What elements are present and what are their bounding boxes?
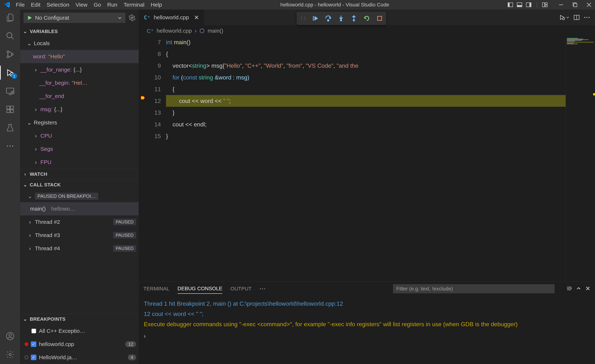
config-gear-icon[interactable] xyxy=(129,14,135,21)
reg-segs[interactable]: › Segs xyxy=(20,142,139,156)
run-play-icon[interactable] xyxy=(559,15,569,20)
maximize-panel-icon[interactable] xyxy=(576,286,581,292)
accounts-icon[interactable] xyxy=(5,331,15,341)
debug-config-select[interactable]: No Configurat xyxy=(23,13,125,23)
checkbox-unchecked-icon[interactable] xyxy=(31,328,36,334)
testing-icon[interactable] xyxy=(5,123,15,133)
maximize-icon[interactable] xyxy=(573,2,577,7)
section-breakpoints[interactable]: ⌄ BREAKPOINTS xyxy=(20,314,139,324)
thread-item[interactable]: › Thread #2 PAUSED xyxy=(20,215,139,229)
bp-item[interactable]: ✓ helloworld.cpp 12 xyxy=(20,337,139,351)
minimap[interactable] xyxy=(566,36,595,282)
debug-toolbar[interactable]: ⋮⋮ xyxy=(297,12,386,25)
close-panel-icon[interactable] xyxy=(585,286,590,292)
stack-frame[interactable]: main() hellowo… xyxy=(20,202,139,215)
settings-gear-icon[interactable] xyxy=(5,349,15,360)
scope-locals[interactable]: ⌄ Locals xyxy=(20,37,139,50)
menu-go[interactable]: Go xyxy=(94,2,101,8)
toggle-panel-icon[interactable] xyxy=(517,2,522,7)
scope-registers[interactable]: ⌄ Registers xyxy=(20,116,139,129)
menu-run[interactable]: Run xyxy=(107,2,117,8)
panel-tab-terminal[interactable]: TERMINAL xyxy=(143,284,170,294)
breadcrumb-symbol[interactable]: main() xyxy=(207,28,223,34)
line-number: 8 xyxy=(145,48,161,60)
svg-rect-25 xyxy=(10,106,14,109)
thread-item[interactable]: › Thread #3 PAUSED xyxy=(20,229,139,242)
start-debug-icon[interactable] xyxy=(27,15,33,21)
remote-explorer-icon[interactable] xyxy=(5,86,15,96)
checkbox-checked-icon[interactable]: ✓ xyxy=(31,355,36,360)
var-for-begin[interactable]: __for_begin: "Hel… xyxy=(20,76,139,89)
close-icon[interactable] xyxy=(587,2,591,7)
token: vector xyxy=(166,62,189,69)
console-prompt[interactable]: › xyxy=(144,331,590,341)
checkbox-checked-icon[interactable]: ✓ xyxy=(31,341,36,347)
more-actions-icon[interactable] xyxy=(584,16,590,18)
breadcrumb-file[interactable]: helloworld.cpp xyxy=(157,28,192,34)
token: int xyxy=(166,39,174,46)
explorer-icon[interactable] xyxy=(5,13,15,23)
drag-handle-icon[interactable]: ⋮⋮ xyxy=(299,16,306,21)
step-out-icon[interactable] xyxy=(350,15,358,22)
paused-label: PAUSED ON BREAKPOI… xyxy=(35,193,98,200)
line-numbers: 7 8 9 10 11 12 13 14 15 xyxy=(145,36,166,282)
menu-selection[interactable]: Selection xyxy=(47,2,69,8)
reg-cpu[interactable]: › CPU xyxy=(20,129,139,142)
tab-helloworld[interactable]: C⁺ helloworld.cpp xyxy=(139,10,204,25)
panel-tab-output[interactable]: OUTPUT xyxy=(230,284,252,294)
source-control-icon[interactable] xyxy=(5,49,15,59)
var-word[interactable]: word: "Hello" xyxy=(20,50,139,63)
thread-item[interactable]: › Thread #4 PAUSED xyxy=(20,242,139,255)
code-content[interactable]: int main() { vector<string> msg{"Hello",… xyxy=(166,36,566,282)
console-filter-input[interactable]: Filter (e.g. text, !exclude) xyxy=(393,284,555,293)
more-icon[interactable] xyxy=(260,288,265,290)
token: ; xyxy=(229,98,231,104)
chevron-right-icon: › xyxy=(22,171,28,177)
split-editor-icon[interactable] xyxy=(574,14,580,20)
svg-rect-7 xyxy=(545,3,547,4)
var-msg[interactable]: › msg: {...} xyxy=(20,103,139,116)
chevron-down-icon: ⌄ xyxy=(22,316,28,322)
clear-console-icon[interactable] xyxy=(566,286,572,292)
debug-console-output[interactable]: Thread 1 hit Breakpoint 2, main () at C:… xyxy=(139,296,595,364)
var-for-end[interactable]: __for_end xyxy=(20,89,139,103)
scope-label: Locals xyxy=(34,40,50,46)
panel-tab-debug-console[interactable]: DEBUG CONSOLE xyxy=(177,284,222,294)
run-debug-icon[interactable]: 1 xyxy=(5,68,15,78)
token: cout << word << xyxy=(166,98,223,104)
more-icon[interactable] xyxy=(5,141,15,151)
reg-fpu[interactable]: › FPU xyxy=(20,156,139,169)
menu-file[interactable]: File xyxy=(16,2,25,8)
menu-terminal[interactable]: Terminal xyxy=(124,2,144,8)
svg-rect-24 xyxy=(10,110,14,113)
step-into-icon[interactable] xyxy=(337,15,345,22)
chevron-right-icon: › xyxy=(33,159,39,165)
menu-edit[interactable]: Edit xyxy=(31,2,40,8)
customize-layout-icon[interactable] xyxy=(542,2,548,7)
svg-point-18 xyxy=(11,53,13,55)
editor-actions xyxy=(554,10,595,25)
toggle-secondary-sidebar-icon[interactable] xyxy=(526,2,531,7)
restart-icon[interactable] xyxy=(363,15,370,22)
extensions-icon[interactable] xyxy=(5,104,15,115)
step-over-icon[interactable] xyxy=(325,15,332,22)
close-tab-icon[interactable] xyxy=(194,15,199,20)
menu-help[interactable]: Help xyxy=(151,2,162,8)
stop-icon[interactable] xyxy=(376,15,383,22)
code-editor[interactable]: 7 8 9 10 11 12 13 14 15 int main() { vec… xyxy=(139,36,595,282)
bp-all-exceptions[interactable]: All C++ Exceptio… xyxy=(20,324,139,337)
section-variables[interactable]: ⌄ VARIABLES xyxy=(20,26,139,37)
menu-view[interactable]: View xyxy=(76,2,87,8)
svg-rect-22 xyxy=(7,106,10,109)
section-watch[interactable]: › WATCH xyxy=(20,169,139,179)
var-for-range[interactable]: › __for_range: {...} xyxy=(20,63,139,76)
callstack-paused[interactable]: ⌄ PAUSED ON BREAKPOI… xyxy=(20,190,139,202)
token: () xyxy=(187,39,191,46)
bp-item[interactable]: ✓ HelloWorld.ja… 4 xyxy=(20,351,139,364)
breadcrumb[interactable]: C⁺ helloworld.cpp › main() xyxy=(139,25,595,36)
search-icon[interactable] xyxy=(5,31,15,41)
section-callstack[interactable]: ⌄ CALL STACK xyxy=(20,179,139,190)
toggle-primary-sidebar-icon[interactable] xyxy=(508,2,513,7)
minimize-icon[interactable] xyxy=(559,2,563,7)
continue-icon[interactable] xyxy=(312,15,319,22)
